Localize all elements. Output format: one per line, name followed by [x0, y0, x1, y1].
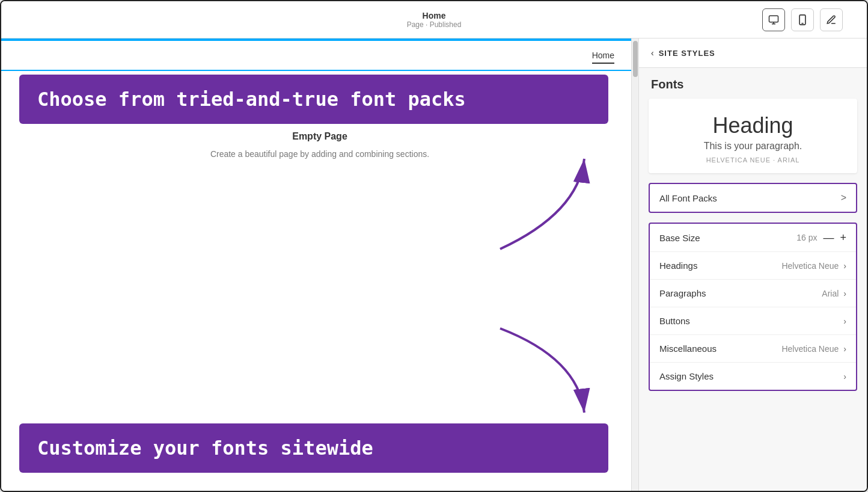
font-setting-row-paragraphs[interactable]: Paragraphs Arial ›: [650, 280, 856, 307]
mobile-view-button[interactable]: [791, 8, 814, 31]
app-wrapper: Home Page · Published Home: [0, 0, 868, 492]
font-setting-headings-font: Helvetica Neue: [781, 261, 839, 271]
base-size-controls: 16 px — +: [796, 232, 846, 243]
font-setting-label-base-size: Base Size: [659, 233, 700, 243]
edit-tools-button[interactable]: [820, 8, 843, 31]
font-setting-paragraphs-chevron-icon: ›: [843, 289, 846, 298]
annotation-top-box: Choose from tried-and-true font packs: [19, 75, 608, 124]
top-bar: Home Page · Published: [1, 1, 867, 38]
page-subtitle: Page · Published: [407, 20, 462, 29]
canvas-scrollbar[interactable]: [631, 38, 638, 491]
back-icon: ‹: [651, 48, 654, 58]
font-setting-miscellaneous-chevron-icon: ›: [843, 344, 846, 354]
font-setting-value-assign-styles: ›: [843, 372, 846, 381]
font-setting-value-miscellaneous: Helvetica Neue ›: [781, 344, 846, 354]
font-setting-value-headings: Helvetica Neue ›: [781, 261, 846, 271]
font-setting-assign-styles-chevron-icon: ›: [843, 372, 846, 381]
font-setting-miscellaneous-font: Helvetica Neue: [781, 344, 839, 354]
font-setting-value-buttons: ›: [843, 316, 846, 326]
annotation-bottom-box: Customize your fonts sitewide: [19, 423, 608, 473]
base-size-increase-button[interactable]: +: [840, 232, 846, 243]
canvas-nav-home: Home: [592, 51, 614, 64]
font-setting-label-headings: Headings: [659, 260, 697, 271]
font-setting-label-paragraphs: Paragraphs: [659, 288, 706, 298]
right-panel: ‹ SITE STYLES Fonts Heading This is your…: [638, 38, 867, 491]
canvas-nav: Home: [1, 38, 638, 71]
all-font-packs-button[interactable]: All Font Packs >: [649, 183, 857, 213]
all-font-packs-chevron-icon: >: [841, 192, 846, 203]
font-setting-row-buttons[interactable]: Buttons ›: [650, 307, 856, 335]
base-size-value: 16 px: [796, 233, 817, 242]
font-setting-value-paragraphs: Arial ›: [822, 289, 846, 298]
font-setting-label-assign-styles: Assign Styles: [659, 371, 714, 381]
font-setting-row-assign-styles[interactable]: Assign Styles ›: [650, 363, 856, 390]
arrow-bottom-icon: [482, 310, 602, 431]
font-setting-headings-chevron-icon: ›: [843, 261, 846, 271]
panel-section-title: Fonts: [639, 68, 867, 99]
font-preview-paragraph: This is your paragraph.: [661, 141, 845, 152]
canvas-highlight-bar: [1, 38, 631, 41]
svg-rect-0: [769, 16, 778, 22]
annotation-top-text: Choose from tried-and-true font packs: [37, 88, 466, 111]
base-size-decrease-button[interactable]: —: [823, 232, 834, 243]
font-setting-label-miscellaneous: Miscellaneous: [659, 343, 717, 354]
font-preview-heading: Heading: [661, 113, 845, 138]
empty-page-desc: Create a beautiful page by adding and co…: [25, 149, 614, 159]
font-setting-row-base-size[interactable]: Base Size 16 px — +: [650, 224, 856, 252]
canvas-area: Home Choose from tried-and-true font pac…: [1, 38, 638, 491]
canvas-inner: Home Choose from tried-and-true font pac…: [1, 38, 638, 491]
font-settings-card: Base Size 16 px — + Headings Helvetica N…: [649, 223, 857, 391]
annotation-bottom-text: Customize your fonts sitewide: [37, 437, 373, 460]
top-bar-center: Home Page · Published: [407, 11, 462, 29]
font-preview-card: Heading This is your paragraph. HELVETIC…: [649, 99, 857, 173]
canvas-scrollbar-thumb[interactable]: [633, 41, 638, 77]
font-setting-label-buttons: Buttons: [659, 316, 690, 326]
all-font-packs-label: All Font Packs: [659, 193, 717, 203]
panel-title: SITE STYLES: [659, 49, 715, 58]
page-title: Home: [423, 11, 446, 20]
font-setting-row-headings[interactable]: Headings Helvetica Neue ›: [650, 252, 856, 280]
font-setting-buttons-chevron-icon: ›: [843, 316, 846, 326]
font-setting-paragraphs-font: Arial: [822, 289, 839, 298]
font-preview-meta: HELVETICA NEUE · ARIAL: [661, 156, 845, 164]
font-setting-row-miscellaneous[interactable]: Miscellaneous Helvetica Neue ›: [650, 335, 856, 363]
desktop-view-button[interactable]: [762, 8, 785, 31]
top-bar-icons: [762, 8, 843, 31]
panel-header: ‹ SITE STYLES: [639, 38, 867, 68]
empty-page-title: Empty Page: [25, 131, 614, 142]
main-content: Home Choose from tried-and-true font pac…: [1, 38, 867, 491]
